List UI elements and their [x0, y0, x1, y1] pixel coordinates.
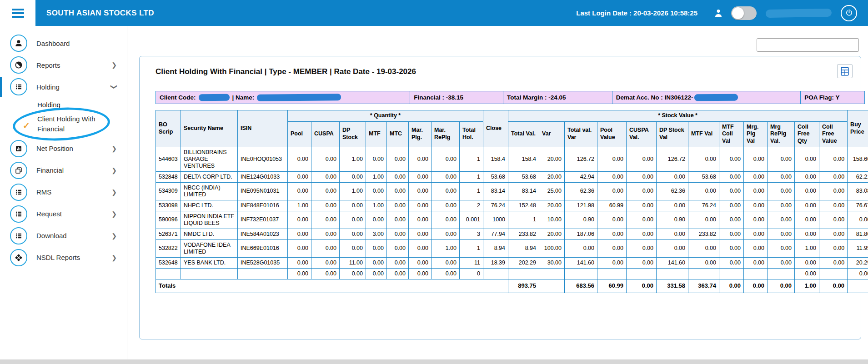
sidebar-item-financial[interactable]: Financial ❯: [0, 160, 127, 181]
hamburger-menu-button[interactable]: [0, 0, 35, 26]
cell: 1: [460, 182, 483, 200]
sidebar-item-rms[interactable]: RMS ❯: [0, 181, 127, 203]
cell: 1: [508, 211, 539, 229]
cell: [744, 268, 768, 279]
cell: 0.00: [366, 182, 387, 200]
cell: [819, 268, 848, 279]
table-row: 526371NMDC LTD.INE584A010230.000.000.003…: [156, 229, 868, 239]
table-row: 0.000.000.000.000.000.000.0000.000.00: [156, 268, 868, 279]
submenu-item-client-holding-with-financial[interactable]: Client Holding With Financial: [37, 114, 105, 134]
cell: 1: [460, 147, 483, 171]
last-login-date: Last Login Date : 20-03-2026 10:58:25: [576, 9, 697, 17]
cell: 0.00: [431, 268, 460, 279]
cell: 0.00: [719, 200, 744, 211]
cell: 0.00: [311, 171, 340, 182]
header-row: BO ScripSecurity NameISIN* Quantity *Clo…: [156, 110, 868, 122]
logout-button[interactable]: [841, 5, 857, 21]
cell: 0.00: [657, 229, 688, 239]
cell: DELTA CORP LTD.: [181, 171, 238, 182]
cell: 77.94: [483, 229, 508, 239]
cell: 0.00: [688, 182, 719, 200]
sidebar-item-nsdl-reports[interactable]: NSDL Reports ❯: [0, 247, 127, 269]
cell: NHPC LTD.: [181, 200, 238, 211]
cell: 0.00: [768, 182, 795, 200]
sidebar-item-label: NSDL Reports: [36, 254, 80, 261]
cell: 30.00: [539, 257, 565, 268]
cell: 0.00: [597, 182, 627, 200]
sidebar-item-download[interactable]: Download ❯: [0, 225, 127, 247]
totals-cell: 1.00: [795, 279, 819, 293]
cell: 0.00: [431, 229, 460, 239]
totals-cell: 0.00: [768, 279, 795, 293]
cell: 152.48: [508, 200, 539, 211]
column-header: Mar. RePlg: [431, 121, 460, 147]
cell: 0.00: [744, 200, 768, 211]
cell: 141.60: [657, 257, 688, 268]
cell: 53.68: [508, 171, 539, 182]
horizontal-scrollbar[interactable]: [0, 359, 868, 364]
cell: 0.00: [795, 268, 819, 279]
export-button[interactable]: [837, 64, 853, 78]
cell: 0.00: [340, 239, 366, 257]
quantity-group-header: * Quantity *: [288, 110, 483, 122]
sidebar-item-reports[interactable]: Reports ❯: [0, 54, 127, 76]
cell: 0.00: [848, 211, 868, 229]
cell: 11.00: [340, 257, 366, 268]
cell: 0.00: [688, 147, 719, 171]
cell: 0.00: [431, 257, 460, 268]
cell: 76.24: [483, 200, 508, 211]
totals-cell: 60.99: [597, 279, 627, 293]
filter-input[interactable]: [757, 38, 859, 52]
cell: [181, 268, 238, 279]
list-icon: [10, 227, 27, 244]
column-header: Total val. Var: [565, 121, 597, 147]
cell: 0.00: [744, 147, 768, 171]
totals-cell: 893.75: [508, 279, 539, 293]
sidebar-item-dashboard[interactable]: Dashboard: [0, 32, 127, 54]
column-header: Buy Price: [848, 110, 868, 147]
column-header: BO Scrip: [156, 110, 181, 147]
sidebar-item-request[interactable]: Request ❯: [0, 203, 127, 225]
cell: 0.00: [288, 239, 311, 257]
cell: 534309: [156, 182, 181, 200]
cell: 0.00: [431, 211, 460, 229]
cell: 0.00: [744, 239, 768, 257]
chevron-right-icon: ❯: [111, 145, 117, 152]
power-icon: [845, 9, 853, 17]
cell: 0.90: [657, 211, 688, 229]
cell: 0.00: [431, 200, 460, 211]
holding-list-icon: [10, 78, 27, 95]
chevron-right-icon: ❯: [111, 211, 117, 217]
cell: 0.00: [597, 147, 627, 171]
cell: 0.00: [409, 239, 431, 257]
cell: 0.00: [627, 171, 657, 182]
cell: 20.00: [539, 171, 565, 182]
cell: 1.00: [366, 171, 387, 182]
cell: 0.00: [340, 200, 366, 211]
cell: INE848E01016: [238, 200, 288, 211]
cell: 1: [460, 239, 483, 257]
cell: 1000: [483, 211, 508, 229]
cell: 1: [460, 171, 483, 182]
cell: 0.00: [719, 182, 744, 200]
cell: 0.00: [288, 182, 311, 200]
cell: 0.00: [768, 171, 795, 182]
theme-toggle-switch[interactable]: [731, 6, 757, 20]
table-row: 532648YES BANK LTD.INE528G010350.000.001…: [156, 257, 868, 268]
submenu-item-holding[interactable]: Holding: [0, 98, 127, 111]
cell: [483, 268, 508, 279]
user-profile-icon[interactable]: [715, 9, 722, 17]
sidebar-item-holding[interactable]: Holding ❯: [0, 76, 127, 98]
client-code-segment: Client Code: | Name:: [156, 91, 410, 104]
sidebar-item-net-position[interactable]: Net Position ❯: [0, 138, 127, 160]
cell: 0.00: [340, 229, 366, 239]
cell: YES BANK LTD.: [181, 257, 238, 268]
cell: 202.29: [508, 257, 539, 268]
hamburger-icon: [12, 7, 24, 20]
cell: 0.00: [431, 171, 460, 182]
cell: 0.00: [387, 182, 409, 200]
cell: 0.00: [768, 229, 795, 239]
cell: 1.00: [288, 200, 311, 211]
cell: 0.00: [387, 200, 409, 211]
column-header: Pool: [288, 121, 311, 147]
